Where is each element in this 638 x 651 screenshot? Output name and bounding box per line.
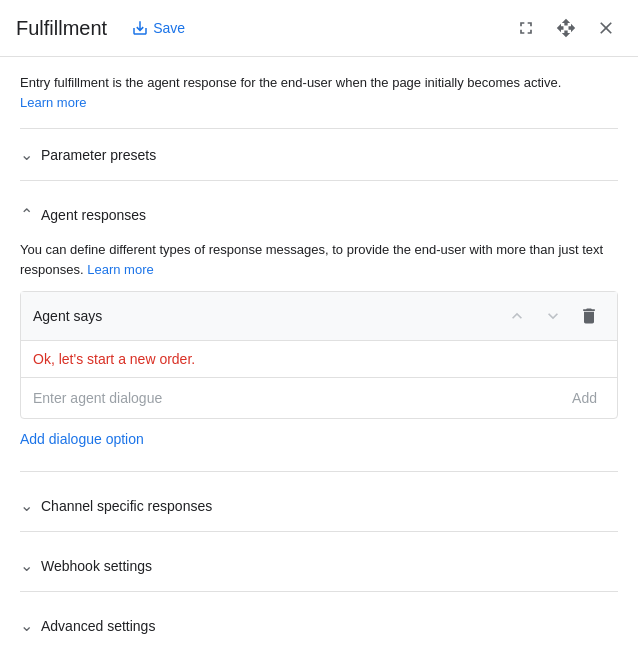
move-icon (556, 18, 576, 38)
advanced-settings-section: ⌄ Advanced settings (20, 608, 618, 651)
webhook-settings-header[interactable]: ⌄ Webhook settings (20, 548, 618, 583)
divider-after-agent (20, 471, 618, 472)
move-up-button[interactable] (501, 300, 533, 332)
divider-after-channel (20, 531, 618, 532)
close-button[interactable] (590, 12, 622, 44)
agent-responses-chevron: ⌃ (20, 205, 33, 224)
advanced-settings-title: Advanced settings (41, 618, 155, 634)
delete-icon (579, 306, 599, 326)
agent-says-header: Agent says (21, 292, 617, 341)
agent-dialogue-text: Ok, let's start a new order. (21, 341, 617, 378)
advanced-settings-chevron: ⌄ (20, 616, 33, 635)
agent-says-actions (501, 300, 605, 332)
channel-specific-responses-title: Channel specific responses (41, 498, 212, 514)
entry-fulfillment-info: Entry fulfillment is the agent response … (20, 73, 618, 112)
close-icon (596, 18, 616, 38)
webhook-settings-section: ⌄ Webhook settings (20, 548, 618, 592)
channel-specific-responses-section: ⌄ Channel specific responses (20, 488, 618, 532)
webhook-settings-title: Webhook settings (41, 558, 152, 574)
agent-responses-description: You can define different types of respon… (20, 240, 618, 279)
agent-says-card: Agent says (20, 291, 618, 419)
add-dialogue-option-link[interactable]: Add dialogue option (20, 431, 144, 447)
arrow-up-icon (507, 306, 527, 326)
agent-responses-header[interactable]: ⌃ Agent responses (20, 197, 618, 232)
fullscreen-button[interactable] (510, 12, 542, 44)
agent-dialogue-input[interactable] (33, 390, 564, 406)
agent-says-label: Agent says (33, 308, 501, 324)
agent-responses-learn-more-link[interactable]: Learn more (87, 262, 153, 277)
content: Entry fulfillment is the agent response … (0, 57, 638, 651)
move-button[interactable] (550, 12, 582, 44)
parameter-presets-chevron: ⌄ (20, 145, 33, 164)
page-title: Fulfillment (16, 17, 107, 40)
header: Fulfillment Save (0, 0, 638, 57)
webhook-settings-chevron: ⌄ (20, 556, 33, 575)
parameter-presets-header[interactable]: ⌄ Parameter presets (20, 137, 618, 172)
agent-responses-section: ⌃ Agent responses You can define differe… (20, 197, 618, 472)
delete-button[interactable] (573, 300, 605, 332)
move-down-button[interactable] (537, 300, 569, 332)
info-learn-more-link[interactable]: Learn more (20, 95, 86, 110)
agent-input-row: Add (21, 378, 617, 418)
save-button[interactable]: Save (123, 15, 193, 41)
add-dialogue-button[interactable]: Add (564, 386, 605, 410)
divider-bottom-param (20, 180, 618, 181)
divider-top-param (20, 128, 618, 129)
arrow-down-icon (543, 306, 563, 326)
fullscreen-icon (516, 18, 536, 38)
save-icon (131, 19, 149, 37)
save-label: Save (153, 20, 185, 36)
divider-after-webhook (20, 591, 618, 592)
agent-responses-title: Agent responses (41, 207, 146, 223)
advanced-settings-header[interactable]: ⌄ Advanced settings (20, 608, 618, 643)
header-icons (510, 12, 622, 44)
channel-specific-responses-chevron: ⌄ (20, 496, 33, 515)
channel-specific-responses-header[interactable]: ⌄ Channel specific responses (20, 488, 618, 523)
parameter-presets-section: ⌄ Parameter presets (20, 128, 618, 181)
parameter-presets-title: Parameter presets (41, 147, 156, 163)
info-description: Entry fulfillment is the agent response … (20, 75, 561, 90)
